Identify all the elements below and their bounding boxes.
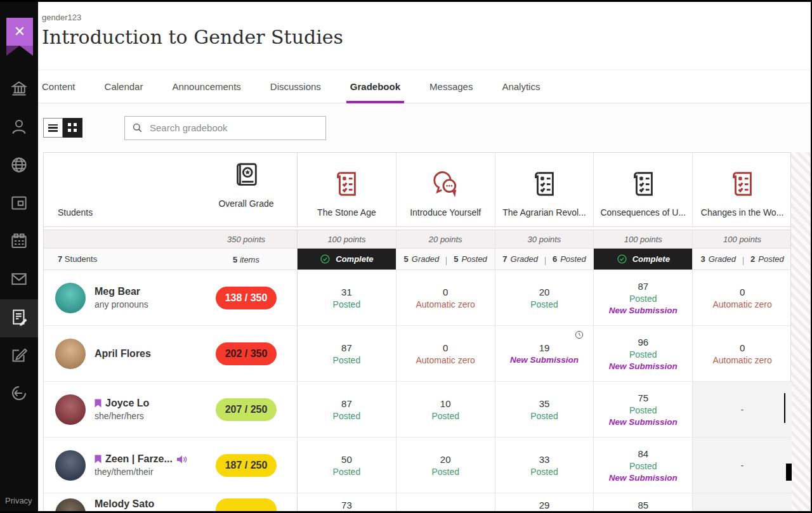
student-name[interactable]: Joyce Lo [105, 398, 149, 409]
bookmark-ribbon-tail [6, 46, 33, 56]
student-count: 7 Students [58, 254, 97, 264]
grade-cell[interactable]: 75PostedNew Submission [594, 382, 693, 437]
discussion-bubbles-icon [431, 169, 460, 201]
grade-cell[interactable]: 19New Submission [495, 326, 594, 381]
close-course-button[interactable]: ✕ [6, 18, 33, 46]
status-complete-consequences: Complete [594, 249, 692, 269]
gradebook-toolbar [38, 103, 812, 152]
screen-frame-top [0, 0, 812, 2]
avatar[interactable] [55, 283, 86, 313]
compose-icon [10, 346, 29, 367]
app-sidebar: Privacy Terms [0, 0, 38, 513]
sidebar-item-calendar[interactable] [0, 223, 38, 261]
item-count: 5 items [233, 255, 259, 264]
column-header-the-agrarian-revolution[interactable]: The Agrarian Revol... [495, 153, 594, 226]
sidebar-item-globe[interactable] [0, 147, 38, 185]
grade-cell[interactable]: 96PostedNew Submission [594, 326, 693, 381]
grade-cell[interactable]: 84PostedNew Submission [594, 438, 693, 493]
grade-cell[interactable]: 20Posted [495, 270, 594, 325]
column-header-changes[interactable]: Changes in the Wo... [693, 153, 792, 226]
status-complete-stone-age: Complete [298, 249, 396, 269]
assignment-checklist-icon [728, 169, 757, 201]
tab-messages[interactable]: Messages [429, 70, 473, 103]
points-row: 350 points 100 points 20 points 30 point… [44, 230, 790, 249]
course-header: gender123 Introduction to Gender Studies [38, 0, 812, 70]
avatar[interactable] [55, 394, 86, 425]
column-header-the-stone-age[interactable]: The Stone Age [298, 153, 396, 226]
sidebar-item-sign-out[interactable] [0, 375, 38, 413]
tab-announcements[interactable]: Announcements [172, 70, 240, 103]
grade-cell[interactable]: 35Posted [495, 382, 594, 437]
grade-cell[interactable]: 20Posted [396, 438, 495, 493]
tab-analytics[interactable]: Analytics [502, 70, 540, 103]
grade-cell[interactable]: 33Posted [495, 438, 594, 493]
sidebar-item-grades[interactable] [0, 299, 38, 337]
sidebar-item-institution[interactable] [0, 71, 38, 109]
avatar[interactable] [55, 450, 86, 481]
search-input[interactable] [150, 122, 319, 133]
check-circle-icon [617, 254, 627, 264]
overall-grade-pill[interactable]: 207 / 250 [216, 398, 277, 421]
grade-cell[interactable]: 10Posted [396, 382, 495, 437]
column-header-introduce-yourself[interactable]: Introduce Yourself [396, 153, 495, 226]
sidebar-item-profile[interactable] [0, 109, 38, 147]
tab-discussions[interactable]: Discussions [270, 70, 321, 103]
grade-cell[interactable]: 50Posted [298, 438, 396, 493]
bookmark-flag-icon [95, 455, 102, 464]
check-circle-icon [320, 254, 331, 264]
student-name[interactable]: Meg Bear [95, 286, 140, 297]
grid-view-button[interactable] [63, 118, 82, 138]
sidebar-item-compose[interactable] [0, 337, 38, 375]
grade-cell[interactable]: 85 [594, 493, 693, 513]
grade-cell[interactable] [693, 493, 792, 513]
status-counts-introduce: 5Graded 5Posted [404, 253, 487, 265]
student-name[interactable]: Zeen | Farze... [105, 453, 173, 465]
column-header-overall-grade[interactable]: Overall Grade [195, 160, 297, 218]
grades-document-icon [10, 308, 29, 329]
assignment-checklist-icon [332, 169, 361, 201]
messages-envelope-icon [10, 269, 29, 291]
calendar-icon [10, 231, 29, 253]
status-row: 7 Students 5 items Complete 5Graded 5Pos… [44, 249, 790, 270]
grade-cell[interactable]: 0Automatic zero [396, 326, 495, 381]
column-header-consequences[interactable]: Consequences of U... [594, 153, 693, 226]
tab-content[interactable]: Content [42, 70, 75, 103]
grade-cell[interactable]: 87Posted [298, 326, 396, 381]
gradebook-grid: Students Overall Grade The Stone Age [38, 152, 812, 513]
pronunciation-speaker-icon[interactable] [176, 455, 187, 464]
grade-cell[interactable]: - [693, 438, 792, 493]
student-row: April Flores 202 / 350 87Posted 0Automat… [44, 326, 790, 382]
grade-cell[interactable] [396, 493, 495, 513]
grade-cell[interactable]: 73 [298, 493, 396, 513]
grade-cell[interactable]: - [693, 382, 792, 437]
list-view-button[interactable] [43, 118, 63, 138]
sign-out-icon [10, 384, 29, 405]
grade-cell[interactable]: 87PostedNew Submission [594, 270, 693, 325]
tab-gradebook[interactable]: Gradebook [350, 70, 400, 103]
grade-cell[interactable]: 87Posted [298, 382, 396, 437]
grade-cell[interactable]: 0Automatic zero [693, 326, 792, 381]
students-column-header: Students [58, 207, 93, 218]
student-name[interactable]: April Flores [95, 348, 151, 360]
tab-calendar[interactable]: Calendar [105, 70, 143, 103]
scrollbar-thumb[interactable] [786, 464, 792, 481]
grid-overflow-hatch [791, 152, 812, 513]
grade-cell[interactable]: 29 [495, 493, 594, 513]
student-row: Joyce Lo she/her/hers 207 / 250 87Posted… [44, 382, 790, 438]
overall-grade-pill[interactable]: 138 / 350 [216, 287, 277, 309]
list-view-icon [48, 124, 58, 132]
courses-panel-icon [10, 193, 29, 215]
overall-grade-pill[interactable]: 187 / 250 [216, 454, 277, 477]
privacy-link[interactable]: Privacy [5, 493, 32, 509]
search-box [124, 116, 326, 140]
search-icon [131, 122, 143, 134]
grade-cell[interactable]: 0Automatic zero [693, 270, 792, 325]
sidebar-item-courses[interactable] [0, 185, 38, 223]
avatar[interactable] [55, 339, 86, 369]
sidebar-item-messages[interactable] [0, 261, 38, 299]
grade-cell[interactable]: 0Automatic zero [396, 270, 495, 325]
status-counts-changes: 3Graded 2Posted [700, 253, 783, 265]
student-name[interactable]: Melody Sato [95, 498, 154, 510]
grade-cell[interactable]: 31Posted [298, 270, 396, 325]
overall-grade-pill[interactable]: 202 / 350 [216, 342, 277, 365]
